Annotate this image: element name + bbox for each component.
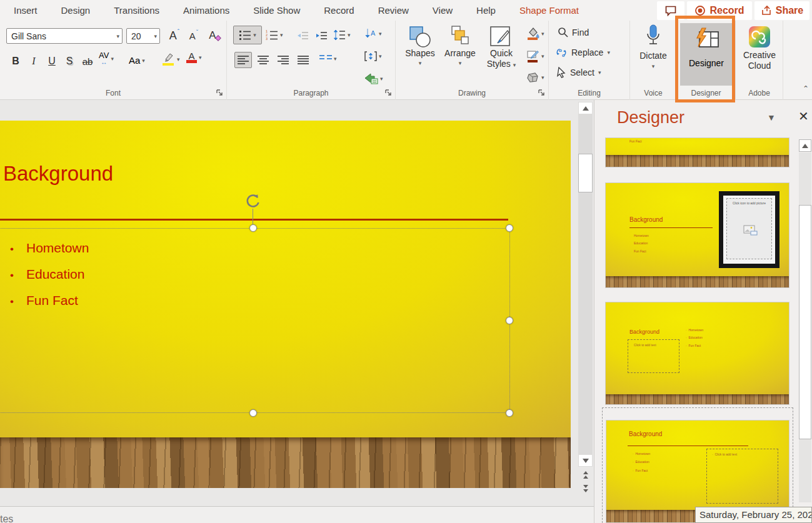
shape-effects-button[interactable]: ▾: [526, 72, 544, 83]
panel-chevron-down-icon[interactable]: ▼: [767, 112, 776, 122]
resize-handle-bottom-right[interactable]: [506, 409, 513, 417]
bold-button[interactable]: B: [8, 53, 24, 69]
shape-fill-button[interactable]: ▾: [526, 27, 544, 41]
italic-button[interactable]: I: [26, 53, 41, 69]
creative-cloud-icon: [748, 26, 771, 48]
increase-font-size-button[interactable]: Aˆ: [165, 27, 184, 44]
share-button[interactable]: Share: [754, 1, 809, 20]
align-text-icon: [364, 51, 377, 62]
font-name-value: Gill Sans: [11, 31, 46, 41]
text-shadow-button[interactable]: S: [61, 53, 78, 69]
chevron-down-icon: ▾: [154, 33, 157, 39]
bullets-button[interactable]: ▾: [233, 26, 262, 44]
designer-button[interactable]: Designer: [680, 23, 733, 86]
replace-button[interactable]: b c Replace▾: [555, 47, 610, 58]
convert-to-smartart-button[interactable]: ▾: [364, 73, 383, 84]
textbox-selection-outline[interactable]: [0, 228, 510, 413]
decrease-font-size-button[interactable]: Aˇ: [185, 27, 203, 44]
slide-canvas[interactable]: Background • Hometown • Education • Fun …: [0, 121, 571, 488]
slide-title[interactable]: Background: [3, 162, 113, 186]
paragraph-group-label: Paragraph: [227, 89, 395, 97]
search-icon: [558, 27, 568, 37]
tab-record[interactable]: Record: [312, 5, 366, 16]
shape-outline-button[interactable]: ▾: [526, 49, 544, 63]
underline-button[interactable]: U: [44, 53, 60, 69]
find-button[interactable]: Find: [558, 27, 589, 37]
picture-placeholder-icon: [743, 225, 758, 236]
align-text-button[interactable]: ▾: [364, 51, 382, 62]
scroll-up-button[interactable]: [578, 102, 593, 114]
panel-scrollbar-thumb[interactable]: [799, 205, 811, 439]
resize-handle-top-right[interactable]: [506, 224, 513, 232]
design-thumbnail-2[interactable]: Background Hometown Education Fun Fact C…: [605, 182, 789, 288]
tab-review[interactable]: Review: [366, 5, 421, 16]
design-thumbnail-3[interactable]: Background Click to add text · Hometown …: [605, 302, 789, 405]
editing-group-label: Editing: [549, 89, 629, 97]
decrease-indent-icon: [296, 31, 309, 41]
design-thumbnail-1[interactable]: Fun Fact: [605, 137, 789, 167]
previous-slide-button[interactable]: [578, 469, 593, 481]
tab-view[interactable]: View: [421, 5, 464, 16]
align-center-icon: [258, 55, 269, 65]
cursor-icon: [556, 67, 566, 78]
numbering-button[interactable]: 1 2 3 ▾: [266, 29, 283, 41]
change-case-button[interactable]: Aa▾: [129, 55, 145, 66]
font-size-select[interactable]: 20 ▾: [126, 28, 160, 44]
creative-cloud-button[interactable]: Creative Cloud: [739, 26, 779, 71]
share-label: Share: [776, 5, 803, 16]
record-button[interactable]: Record: [687, 1, 752, 20]
paragraph-dialog-launcher[interactable]: [385, 89, 392, 96]
panel-scroll-up-button[interactable]: [799, 139, 811, 152]
increase-indent-button[interactable]: [313, 29, 329, 43]
designer-group-label: Designer: [677, 89, 735, 97]
justify-button[interactable]: [294, 52, 312, 68]
voice-group-label: Voice: [630, 89, 676, 97]
columns-button[interactable]: ▾: [319, 54, 337, 63]
powerpoint-window: Insert Design Transitions Animations Sli…: [0, 0, 812, 523]
align-center-button[interactable]: [254, 52, 272, 68]
font-name-select[interactable]: Gill Sans ▾: [6, 28, 123, 44]
next-slide-button[interactable]: [578, 482, 593, 495]
resize-handle-top[interactable]: [249, 224, 257, 232]
shape-fill-icon: [526, 27, 539, 41]
panel-close-icon[interactable]: ✕: [798, 109, 809, 124]
tab-animations[interactable]: Animations: [171, 5, 241, 16]
dictate-button[interactable]: Dictate ▾: [634, 24, 673, 69]
font-dialog-launcher[interactable]: [216, 89, 223, 96]
character-spacing-button[interactable]: AV ↔ ▾: [99, 52, 114, 66]
strikethrough-button[interactable]: ab: [79, 53, 96, 69]
font-size-value: 20: [131, 31, 141, 41]
font-group: Gill Sans ▾ 20 ▾ Aˆ Aˇ A B I U: [0, 21, 227, 100]
scroll-down-button[interactable]: [578, 454, 593, 467]
resize-handle-bottom[interactable]: [249, 409, 257, 417]
highlight-color-button[interactable]: ▾: [161, 52, 180, 67]
tab-design[interactable]: Design: [49, 5, 103, 16]
comments-button[interactable]: [657, 1, 684, 20]
record-icon: [694, 5, 706, 16]
align-left-button[interactable]: [234, 52, 252, 68]
resize-handle-right[interactable]: [506, 317, 513, 324]
line-spacing-button[interactable]: ▾: [333, 29, 351, 41]
tab-help[interactable]: Help: [464, 5, 508, 16]
svg-text:3: 3: [266, 37, 268, 41]
arrange-button[interactable]: Arrange ▾: [441, 26, 479, 66]
collapse-ribbon-icon[interactable]: ⌃: [803, 84, 809, 93]
tab-slide-show[interactable]: Slide Show: [241, 5, 312, 16]
scrollbar-thumb[interactable]: [578, 154, 593, 192]
select-button[interactable]: Select▾: [556, 67, 601, 78]
tab-shape-format[interactable]: Shape Format: [508, 5, 591, 16]
align-right-button[interactable]: [274, 52, 292, 68]
rotate-handle[interactable]: [244, 191, 262, 209]
notes-pane[interactable]: [0, 507, 594, 523]
decrease-indent-button[interactable]: [294, 29, 311, 43]
shapes-button[interactable]: Shapes ▾: [401, 26, 439, 66]
tab-insert[interactable]: Insert: [0, 5, 49, 16]
columns-icon: [319, 54, 332, 63]
font-color-button[interactable]: A ▾: [186, 52, 202, 63]
quick-styles-button[interactable]: Quick Styles ▾: [481, 26, 522, 71]
notes-label-partial: tes: [0, 514, 13, 523]
drawing-dialog-launcher[interactable]: [538, 89, 545, 96]
clear-formatting-button[interactable]: A: [206, 27, 224, 44]
tab-transitions[interactable]: Transitions: [102, 5, 171, 16]
text-direction-button[interactable]: A ▾: [364, 28, 382, 39]
